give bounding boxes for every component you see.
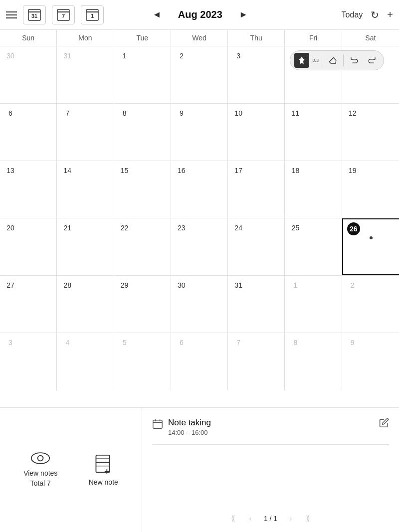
cell-30-jul[interactable]: 30 (0, 46, 57, 103)
refresh-button[interactable]: ↻ (371, 9, 379, 21)
notebook-icon (93, 454, 113, 474)
cell-9-sep[interactable]: 9 (342, 333, 399, 390)
cell-20-aug[interactable]: 20 (0, 218, 57, 275)
cell-6-sep[interactable]: 6 (171, 333, 228, 390)
date-8-aug: 8 (118, 107, 131, 120)
view-notes-total: Total 7 (30, 479, 51, 487)
cell-2-sep[interactable]: 2 (342, 276, 399, 333)
note-card-title: Note taking (168, 418, 211, 428)
date-22-aug: 22 (118, 221, 131, 234)
prev-month-button[interactable]: ◄ (153, 9, 162, 20)
today-button[interactable]: Today (342, 10, 363, 19)
eraser-icon (328, 56, 337, 65)
edit-note-button[interactable] (379, 418, 389, 430)
svg-text:31: 31 (31, 13, 37, 19)
calendar-week-3: 13 14 15 16 17 18 19 (0, 161, 399, 218)
cell-8-aug[interactable]: 8 (114, 104, 171, 161)
cell-4-aug[interactable]: 4 0.3 (285, 46, 342, 103)
calendar-weeks: 30 31 1 2 3 4 0.3 (0, 46, 399, 390)
date-2-sep: 2 (346, 279, 359, 292)
next-page-button[interactable]: › (287, 512, 294, 525)
cell-30-aug[interactable]: 30 (171, 276, 228, 333)
weekly-view-button[interactable]: 7 (52, 5, 75, 24)
cell-27-aug[interactable]: 27 (0, 276, 57, 333)
cell-4-sep[interactable]: 4 (57, 333, 114, 390)
cell-15-aug[interactable]: 15 (114, 161, 171, 218)
weekly-view-icon: 7 (56, 8, 70, 22)
note-pagination: ⟪ ‹ 1 / 1 › ⟫ (152, 512, 389, 527)
cell-7-aug[interactable]: 7 (57, 104, 114, 161)
cell-21-aug[interactable]: 21 (57, 218, 114, 275)
calendar-small-icon (152, 419, 163, 432)
cell-1-aug[interactable]: 1 (114, 46, 171, 103)
undo-button[interactable] (347, 53, 362, 68)
calendar-grid: Sun Mon Tue Wed Thu Fri Sat 30 31 1 2 3 … (0, 30, 399, 390)
toolbar-divider-1 (322, 54, 322, 66)
undo-icon (350, 56, 359, 65)
cell-16-aug[interactable]: 16 (171, 161, 228, 218)
prev-page-button[interactable]: ‹ (247, 512, 254, 525)
add-event-button[interactable]: + (387, 9, 393, 20)
cell-23-aug[interactable]: 23 (171, 218, 228, 275)
cell-6-aug[interactable]: 6 (0, 104, 57, 161)
cell-11-aug[interactable]: 11 (285, 104, 342, 161)
cell-17-aug[interactable]: 17 (228, 161, 285, 218)
cell-3-sep[interactable]: 3 (0, 333, 57, 390)
svg-rect-1 (28, 11, 40, 12)
daily-view-button[interactable]: 1 (81, 5, 104, 24)
first-page-button[interactable]: ⟪ (229, 512, 237, 525)
cell-24-aug[interactable]: 24 (228, 218, 285, 275)
cell-9-aug[interactable]: 9 (171, 104, 228, 161)
last-page-button[interactable]: ⟫ (304, 512, 312, 525)
eraser-tool-button[interactable] (325, 53, 340, 68)
month-year-title: Aug 2023 (165, 9, 235, 20)
date-1-sep: 1 (289, 279, 302, 292)
edit-icon (379, 418, 389, 428)
cell-26-aug-today[interactable]: 26 (342, 218, 399, 275)
pin-tool-button[interactable] (294, 53, 309, 68)
date-23-aug: 23 (175, 221, 188, 234)
cell-31-jul[interactable]: 31 (57, 46, 114, 103)
cell-2-aug[interactable]: 2 (171, 46, 228, 103)
calendar-week-5: 27 28 29 30 31 1 2 (0, 276, 399, 333)
cell-13-aug[interactable]: 13 (0, 161, 57, 218)
note-card-panel: Note taking 14:00 – 16:00 ⟪ ‹ 1 / 1 › ⟫ (142, 408, 399, 532)
calendar-week-6: 3 4 5 6 7 8 9 (0, 333, 399, 390)
day-header-sat: Sat (342, 30, 399, 46)
calendar-week-2: 6 7 8 9 10 11 12 (0, 104, 399, 161)
cell-8-sep[interactable]: 8 (285, 333, 342, 390)
date-3-sep: 3 (4, 336, 17, 349)
hamburger-menu-button[interactable] (6, 11, 17, 18)
view-notes-button[interactable]: View notes Total 7 (23, 452, 57, 488)
redo-button[interactable] (365, 53, 380, 68)
note-card-divider (152, 444, 389, 445)
cell-12-aug[interactable]: 12 (342, 104, 399, 161)
monthly-view-button[interactable]: 31 (23, 5, 46, 24)
view-notes-line1: View notes (23, 469, 57, 477)
cell-7-sep[interactable]: 7 (228, 333, 285, 390)
cell-31-aug[interactable]: 31 (228, 276, 285, 333)
date-14-aug: 14 (61, 164, 74, 177)
date-21-aug: 21 (61, 221, 74, 234)
date-18-aug: 18 (289, 164, 302, 177)
next-month-button[interactable]: ► (239, 9, 248, 20)
cell-22-aug[interactable]: 22 (114, 218, 171, 275)
eye-icon (30, 452, 50, 465)
date-27-aug: 27 (4, 279, 17, 292)
cell-14-aug[interactable]: 14 (57, 161, 114, 218)
header-right: Today ↻ + (297, 9, 393, 21)
cell-18-aug[interactable]: 18 (285, 161, 342, 218)
cell-10-aug[interactable]: 10 (228, 104, 285, 161)
cell-29-aug[interactable]: 29 (114, 276, 171, 333)
date-19-aug: 19 (346, 164, 359, 177)
new-note-button[interactable]: New note (89, 454, 118, 486)
cell-5-sep[interactable]: 5 (114, 333, 171, 390)
cell-1-sep[interactable]: 1 (285, 276, 342, 333)
svg-rect-4 (57, 11, 69, 12)
cell-25-aug[interactable]: 25 (285, 218, 342, 275)
date-6-sep: 6 (175, 336, 188, 349)
day-header-mon: Mon (57, 30, 114, 46)
cell-3-aug[interactable]: 3 (228, 46, 285, 103)
cell-28-aug[interactable]: 28 (57, 276, 114, 333)
cell-19-aug[interactable]: 19 (342, 161, 399, 218)
